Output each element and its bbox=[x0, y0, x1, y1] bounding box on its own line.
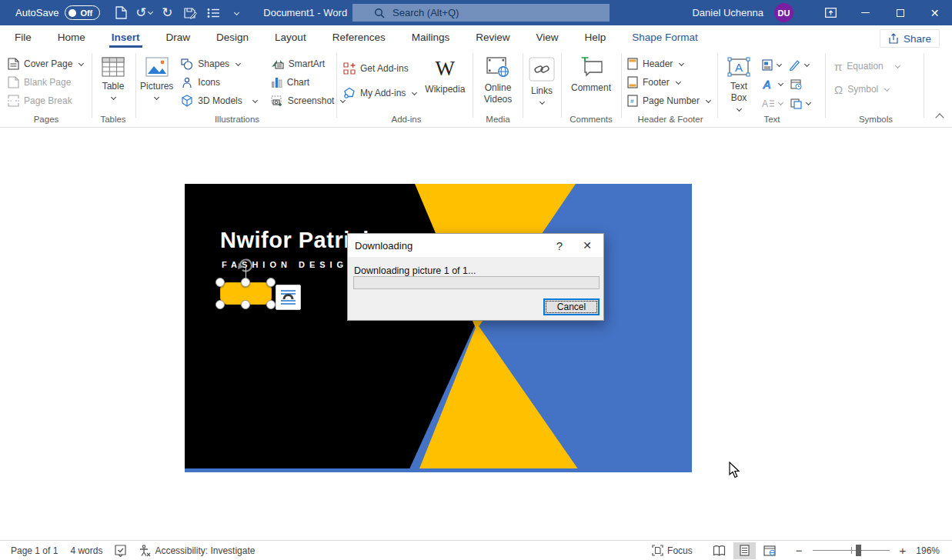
new-document-button[interactable] bbox=[111, 3, 131, 23]
dialog-help-button[interactable]: ? bbox=[548, 239, 571, 252]
tab-references[interactable]: References bbox=[330, 27, 388, 48]
word-count[interactable]: 4 words bbox=[70, 545, 102, 556]
zoom-slider-handle[interactable] bbox=[856, 545, 861, 556]
maximize-button[interactable] bbox=[883, 0, 917, 25]
page-indicator[interactable]: Page 1 of 1 bbox=[11, 545, 58, 556]
tab-review[interactable]: Review bbox=[473, 27, 512, 48]
web-layout-button[interactable] bbox=[759, 542, 781, 559]
signature-line-button[interactable] bbox=[787, 56, 810, 74]
tab-shape-format[interactable]: Shape Format bbox=[630, 27, 700, 48]
cover-page-canvas[interactable]: Nwifor Patricia FASHION DESIGNER bbox=[185, 184, 692, 472]
page-number-button[interactable]: # Page Number bbox=[626, 92, 715, 109]
cancel-button[interactable]: Cancel bbox=[543, 298, 600, 315]
get-addins-button[interactable]: Get Add-ins bbox=[342, 60, 418, 77]
table-button[interactable]: Table bbox=[95, 51, 131, 99]
tab-view[interactable]: View bbox=[533, 27, 560, 48]
close-button[interactable]: ✕ bbox=[917, 0, 952, 25]
object-button[interactable] bbox=[789, 95, 812, 112]
resize-handle[interactable] bbox=[241, 300, 250, 309]
group-comments: Comment Comments bbox=[566, 51, 616, 125]
autosave-control: AutoSave Off bbox=[15, 5, 100, 20]
customize-qat-button[interactable] bbox=[226, 3, 246, 23]
online-videos-icon bbox=[486, 57, 510, 78]
resize-handle[interactable] bbox=[241, 278, 250, 287]
symbol-button[interactable]: Ω Symbol bbox=[833, 81, 922, 98]
tab-draw[interactable]: Draw bbox=[164, 27, 193, 48]
layout-options-button[interactable] bbox=[276, 285, 301, 310]
links-button[interactable]: Links bbox=[526, 51, 558, 104]
share-button[interactable]: Share bbox=[880, 29, 940, 48]
dialog-title-bar[interactable]: Downloading ? ✕ bbox=[348, 234, 603, 257]
tab-help[interactable]: Help bbox=[583, 27, 609, 48]
group-separator bbox=[825, 53, 826, 118]
accessibility-button[interactable]: Accessibility: Investigate bbox=[139, 545, 255, 557]
search-box[interactable] bbox=[352, 4, 610, 22]
page-break-button[interactable]: Page Break bbox=[6, 92, 86, 109]
resize-handle[interactable] bbox=[215, 278, 225, 287]
resize-handle[interactable] bbox=[266, 300, 276, 309]
title-bar-right: Daniel Uchenna DU ✕ bbox=[692, 0, 952, 25]
print-layout-button[interactable] bbox=[733, 542, 756, 559]
undo-chevron-icon bbox=[148, 9, 153, 15]
search-input[interactable] bbox=[392, 7, 610, 18]
zoom-level[interactable]: 196% bbox=[916, 545, 940, 556]
pictures-chevron-icon bbox=[154, 95, 159, 100]
collapse-ribbon-button[interactable] bbox=[935, 113, 944, 122]
comment-button[interactable]: Comment bbox=[566, 51, 616, 94]
date-time-button[interactable] bbox=[789, 75, 803, 93]
drop-cap-button[interactable]: A bbox=[760, 95, 784, 112]
get-addins-label: Get Add-ins bbox=[360, 63, 409, 74]
text-box-button[interactable]: A Text Box bbox=[722, 51, 756, 112]
tab-mailings[interactable]: Mailings bbox=[409, 27, 453, 48]
tab-home[interactable]: Home bbox=[55, 27, 88, 48]
resize-handle[interactable] bbox=[215, 300, 225, 309]
blank-page-button[interactable]: Blank Page bbox=[6, 74, 86, 91]
chart-button[interactable]: Chart bbox=[269, 74, 347, 91]
undo-button[interactable]: ↺ bbox=[134, 3, 154, 23]
shapes-button[interactable]: Shapes bbox=[179, 55, 258, 72]
autosave-toggle[interactable]: Off bbox=[65, 5, 100, 20]
zoom-in-button[interactable]: + bbox=[897, 544, 909, 557]
ribbon-display-options-button[interactable] bbox=[813, 0, 848, 25]
footer-button[interactable]: Footer bbox=[626, 74, 715, 91]
title-bar: AutoSave Off ↺ ↻ bbox=[0, 0, 952, 25]
3d-models-button[interactable]: 3D Models bbox=[179, 92, 258, 109]
cover-page-button[interactable]: Cover Page bbox=[6, 55, 86, 72]
redo-button[interactable]: ↻ bbox=[157, 3, 177, 23]
tab-layout[interactable]: Layout bbox=[272, 27, 309, 48]
tab-file[interactable]: File bbox=[12, 27, 34, 48]
group-label-pages: Pages bbox=[6, 115, 86, 124]
save-button[interactable] bbox=[180, 3, 200, 23]
screenshot-button[interactable]: Screenshot bbox=[269, 92, 347, 109]
ribbon-display-options-icon bbox=[825, 8, 837, 18]
quick-parts-button[interactable] bbox=[760, 56, 783, 74]
smartart-button[interactable]: SmartArt bbox=[269, 55, 347, 72]
tab-insert[interactable]: Insert bbox=[109, 27, 142, 48]
icons-button[interactable]: Icons bbox=[179, 74, 258, 91]
share-label: Share bbox=[904, 33, 931, 45]
tab-design[interactable]: Design bbox=[214, 27, 251, 48]
dialog-close-button[interactable]: ✕ bbox=[571, 239, 603, 252]
group-pages: Cover Page Blank Page Pa bbox=[6, 51, 86, 125]
header-button[interactable]: Header bbox=[626, 55, 715, 72]
avatar[interactable]: DU bbox=[774, 3, 793, 22]
focus-button[interactable]: Focus bbox=[652, 545, 693, 556]
user-name[interactable]: Daniel Uchenna bbox=[692, 7, 763, 18]
wordart-button[interactable]: A bbox=[760, 75, 784, 93]
zoom-out-button[interactable]: − bbox=[793, 544, 805, 557]
zoom-slider[interactable] bbox=[813, 550, 890, 551]
resize-handle[interactable] bbox=[266, 278, 276, 287]
links-icon bbox=[529, 57, 555, 82]
3d-models-chevron-icon bbox=[252, 97, 258, 102]
bullet-list-button[interactable] bbox=[203, 3, 223, 23]
document-area[interactable]: Nwifor Patricia FASHION DESIGNER bbox=[0, 128, 952, 540]
equation-button[interactable]: π Equation bbox=[833, 58, 922, 75]
online-videos-button[interactable]: Online Videos bbox=[476, 51, 519, 105]
pictures-button[interactable]: Pictures bbox=[140, 51, 173, 109]
minimize-button[interactable] bbox=[848, 0, 883, 25]
read-mode-button[interactable] bbox=[708, 542, 730, 559]
wikipedia-button[interactable]: W Wikipedia bbox=[421, 51, 469, 102]
proofing-status-button[interactable] bbox=[115, 545, 126, 557]
shapes-chevron-icon bbox=[235, 60, 241, 65]
my-addins-button[interactable]: My Add-ins bbox=[342, 85, 418, 102]
